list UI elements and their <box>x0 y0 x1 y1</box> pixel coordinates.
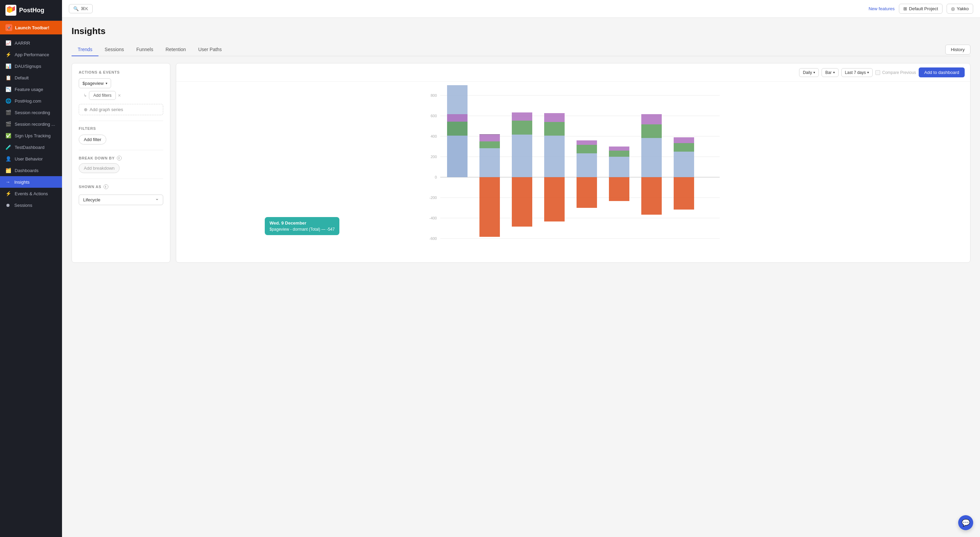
sidebar-item-app-performance[interactable]: ⚡ App Performance <box>0 49 62 60</box>
insights-icon: → <box>5 179 11 185</box>
sidebar-item-label: DAU/Signups <box>15 64 41 69</box>
tab-sessions[interactable]: Sessions <box>99 43 130 56</box>
user-menu-btn[interactable]: ◎ Yakko <box>947 4 973 14</box>
svg-text:-600: -600 <box>430 237 437 241</box>
sidebar-item-label: User Behavior <box>15 156 43 162</box>
sidebar-item-insights[interactable]: → Insights <box>0 176 62 188</box>
compare-previous-toggle[interactable]: Compare Previous <box>875 70 916 75</box>
bar-chart-icon: 📊 <box>5 64 11 69</box>
svg-rect-37 <box>577 177 597 208</box>
svg-rect-33 <box>544 177 565 221</box>
sidebar-item-label: Session recording <box>15 110 50 115</box>
daily-chevron-icon: ▾ <box>813 70 815 74</box>
launch-toolbar-btn[interactable]: 🚀 Launch Toolbar! <box>0 21 62 34</box>
add-breakdown-button[interactable]: Add breakdown <box>79 163 119 173</box>
signup-icon: ✅ <box>5 133 11 138</box>
new-features-link[interactable]: New features <box>869 6 895 11</box>
sidebar-item-label: TestDashboard <box>15 145 44 150</box>
tab-funnels[interactable]: Funnels <box>130 43 159 56</box>
svg-rect-46 <box>674 152 694 177</box>
sidebar-item-label: Sign Ups Tracking <box>15 133 51 138</box>
bar-chart: 800 600 400 200 0 -200 -400 -600 <box>181 85 965 256</box>
sidebar-logo: PostHog <box>0 0 62 21</box>
chat-icon: 💬 <box>962 519 970 527</box>
chat-bubble-button[interactable]: 💬 <box>958 515 973 530</box>
sidebar-item-test-dashboard[interactable]: 🧪 TestDashboard <box>0 141 62 153</box>
add-to-dashboard-button[interactable]: Add to dashboard <box>919 67 965 77</box>
svg-rect-21 <box>447 114 468 122</box>
tabs-bar: Trends Sessions Funnels Retention User P… <box>72 43 970 56</box>
search-icon: 🔍 <box>73 6 79 11</box>
daily-label: Daily <box>803 70 812 75</box>
sidebar-item-aarrr[interactable]: 📈 AARRR <box>0 37 62 49</box>
date-range-chevron-icon: ▾ <box>867 70 869 74</box>
history-button[interactable]: History <box>945 44 970 54</box>
date-range-label: Last 7 days <box>845 70 866 75</box>
sidebar-item-label: Events & Actions <box>15 191 48 196</box>
shown-as-info-icon[interactable]: i <box>103 184 108 189</box>
info-icon[interactable]: i <box>117 156 122 160</box>
globe-icon: 🌐 <box>5 98 11 103</box>
sidebar-item-session-recording-1[interactable]: 🎬 Session recording <box>0 106 62 118</box>
sidebar-item-label: Feature usage <box>15 87 43 92</box>
user-avatar-icon: ◎ <box>951 6 955 11</box>
svg-rect-34 <box>577 153 597 177</box>
sidebar-item-label: Insights <box>14 180 30 185</box>
svg-rect-36 <box>577 140 597 145</box>
bar-selector[interactable]: Bar ▾ <box>822 68 838 77</box>
svg-text:-200: -200 <box>430 195 437 200</box>
add-graph-series-button[interactable]: ⊕ Add graph series <box>79 104 163 115</box>
tab-trends[interactable]: Trends <box>72 43 99 56</box>
test-icon: 🧪 <box>5 145 11 150</box>
chart-area: 800 600 400 200 0 -200 -400 -600 <box>176 82 970 262</box>
add-filter-button[interactable]: Add filter <box>79 135 106 145</box>
sidebar-item-label: Sessions <box>14 203 32 208</box>
add-filters-button[interactable]: Add filters <box>89 91 116 100</box>
svg-text:400: 400 <box>431 134 437 138</box>
sidebar-item-label: App Performance <box>15 52 49 57</box>
svg-rect-35 <box>577 145 597 153</box>
sidebar-item-sessions[interactable]: ⏺ Sessions <box>0 199 62 211</box>
dashboard-icon: 🗂️ <box>5 168 11 173</box>
sidebar-item-session-recording-2[interactable]: 🎬 Session recording ... <box>0 118 62 130</box>
record-icon-2: 🎬 <box>5 121 11 127</box>
svg-rect-47 <box>674 143 694 152</box>
sidebar-item-dashboards[interactable]: 🗂️ Dashboards <box>0 165 62 176</box>
tab-user-paths[interactable]: User Paths <box>192 43 228 56</box>
page-content: Insights Trends Sessions Funnels Retenti… <box>62 18 980 537</box>
sidebar-item-posthog-com[interactable]: 🌐 PostHog.com <box>0 95 62 106</box>
default-icon: 📋 <box>5 75 11 80</box>
svg-text:-400: -400 <box>430 216 437 220</box>
sidebar-item-user-behavior[interactable]: 👤 User Behavior <box>0 153 62 165</box>
search-box[interactable]: 🔍 ⌘K <box>69 4 93 13</box>
svg-rect-45 <box>641 177 662 214</box>
grid-icon: ⊞ <box>903 6 907 11</box>
daily-selector[interactable]: Daily ▾ <box>799 68 819 77</box>
lifecycle-select-wrapper: Lifecycle Volume Sessions <box>79 192 163 205</box>
sidebar-item-dau-signups[interactable]: 📊 DAU/Signups <box>0 60 62 72</box>
main-content: 🔍 ⌘K New features ⊞ Default Project ◎ Ya… <box>62 0 980 537</box>
svg-rect-30 <box>544 136 565 177</box>
sidebar-item-feature-usage[interactable]: 📉 Feature usage <box>0 84 62 95</box>
sidebar-item-label: Session recording ... <box>15 122 55 127</box>
sidebar-item-default[interactable]: 📋 Default <box>0 72 62 84</box>
topbar: 🔍 ⌘K New features ⊞ Default Project ◎ Ya… <box>62 0 980 18</box>
lifecycle-select[interactable]: Lifecycle Volume Sessions <box>79 195 163 205</box>
shown-as-label: SHOWN AS i <box>79 184 163 189</box>
default-project-btn[interactable]: ⊞ Default Project <box>899 4 942 14</box>
sidebar-item-label: Dashboards <box>15 168 38 173</box>
date-range-selector[interactable]: Last 7 days ▾ <box>841 68 873 77</box>
tab-retention[interactable]: Retention <box>159 43 192 56</box>
chart-icon: 📈 <box>5 40 11 46</box>
svg-rect-43 <box>641 124 662 138</box>
remove-filter-button[interactable]: × <box>118 93 121 98</box>
chart-toolbar: Daily ▾ Bar ▾ Last 7 days ▾ Compare Prev… <box>176 64 970 82</box>
sidebar-item-sign-ups-tracking[interactable]: ✅ Sign Ups Tracking <box>0 130 62 141</box>
compare-checkbox[interactable] <box>875 70 880 75</box>
svg-rect-23 <box>479 141 500 148</box>
svg-rect-29 <box>512 177 532 227</box>
sidebar-item-events-actions[interactable]: ⚡ Events & Actions <box>0 188 62 199</box>
event-selector[interactable]: $pageview ▾ <box>79 78 111 88</box>
feature-icon: 📉 <box>5 87 11 92</box>
svg-rect-39 <box>609 151 629 157</box>
